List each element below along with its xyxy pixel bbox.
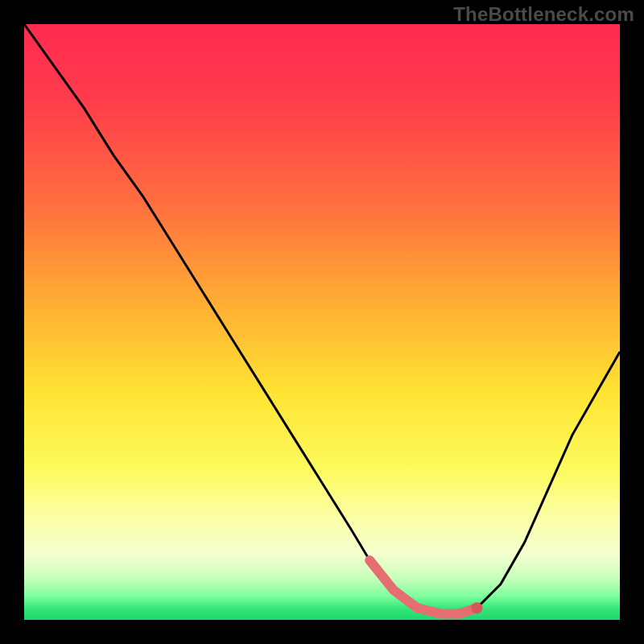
curve-svg <box>24 24 620 620</box>
chart-frame: TheBottleneck.com <box>0 0 644 644</box>
bottleneck-curve <box>24 24 620 614</box>
trough-highlight <box>369 560 477 614</box>
watermark-text: TheBottleneck.com <box>453 3 634 26</box>
marker-dot <box>471 602 482 613</box>
plot-area <box>24 24 620 620</box>
